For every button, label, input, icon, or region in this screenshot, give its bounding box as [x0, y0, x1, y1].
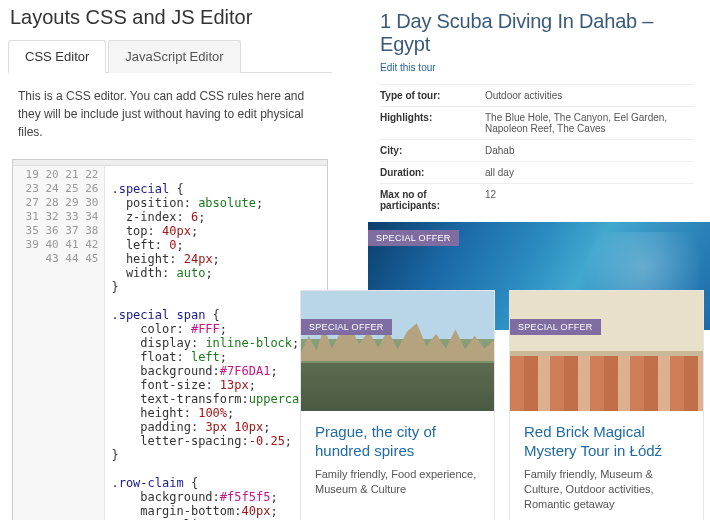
special-offer-badge: SPECIAL OFFER: [301, 319, 392, 335]
tour-detail-row: Duration:all day: [380, 161, 694, 183]
editor-description: This is a CSS editor. You can add CSS ru…: [0, 73, 340, 159]
tour-detail-row: City:Dahab: [380, 139, 694, 161]
card-body: Red Brick Magical Mystery Tour in ŁódźFa…: [510, 411, 703, 520]
tour-detail-label: Duration:: [380, 167, 485, 178]
tour-detail-value: Outdoor activities: [485, 90, 694, 101]
tour-card[interactable]: SPECIAL OFFERRed Brick Magical Mystery T…: [509, 290, 704, 520]
line-gutter: 19 20 21 22 23 24 25 26 27 28 29 30 31 3…: [13, 166, 105, 520]
preview-panel: 1 Day Scuba Diving In Dahab – Egypt Edit…: [340, 0, 710, 330]
card-title[interactable]: Red Brick Magical Mystery Tour in Łódź: [524, 423, 689, 461]
tab-css[interactable]: CSS Editor: [8, 40, 106, 73]
special-offer-badge: SPECIAL OFFER: [510, 319, 601, 335]
editor-panel: Layouts CSS and JS Editor CSS Editor Jav…: [0, 0, 340, 520]
editor-tabs: CSS Editor JavaScript Editor: [8, 39, 332, 73]
card-tags: Family friendly, Museum & Culture, Outdo…: [524, 467, 689, 513]
tour-cards: SPECIAL OFFERPrague, the city of hundred…: [300, 290, 710, 520]
code-content[interactable]: .special { position: absolute; z-index: …: [105, 166, 327, 520]
tour-detail-value: all day: [485, 167, 694, 178]
tour-detail-label: City:: [380, 145, 485, 156]
tour-card[interactable]: SPECIAL OFFERPrague, the city of hundred…: [300, 290, 495, 520]
tour-title: 1 Day Scuba Diving In Dahab – Egypt: [380, 10, 694, 56]
tour-header: 1 Day Scuba Diving In Dahab – Egypt Edit…: [340, 0, 710, 80]
card-body: Prague, the city of hundred spiresFamily…: [301, 411, 494, 511]
editor-title: Layouts CSS and JS Editor: [0, 0, 340, 39]
special-offer-badge: SPECIAL OFFER: [368, 230, 459, 246]
tour-detail-value: 12: [485, 189, 694, 211]
tour-detail-label: Type of tour:: [380, 90, 485, 101]
card-title[interactable]: Prague, the city of hundred spires: [315, 423, 480, 461]
tour-detail-row: Type of tour:Outdoor activities: [380, 84, 694, 106]
tour-details-table: Type of tour:Outdoor activitiesHighlight…: [380, 84, 694, 216]
card-tags: Family friendly, Food experience, Museum…: [315, 467, 480, 498]
tour-detail-label: Highlights:: [380, 112, 485, 134]
tour-detail-row: Highlights:The Blue Hole, The Canyon, Ee…: [380, 106, 694, 139]
card-image: SPECIAL OFFER: [301, 291, 494, 411]
edit-tour-link[interactable]: Edit this tour: [380, 62, 436, 73]
card-image: SPECIAL OFFER: [510, 291, 703, 411]
code-editor[interactable]: 19 20 21 22 23 24 25 26 27 28 29 30 31 3…: [12, 159, 328, 520]
tour-detail-value: The Blue Hole, The Canyon, Eel Garden, N…: [485, 112, 694, 134]
tab-js[interactable]: JavaScript Editor: [108, 40, 240, 73]
tour-detail-row: Max no of participants:12: [380, 183, 694, 216]
tour-detail-label: Max no of participants:: [380, 189, 485, 211]
tour-detail-value: Dahab: [485, 145, 694, 156]
